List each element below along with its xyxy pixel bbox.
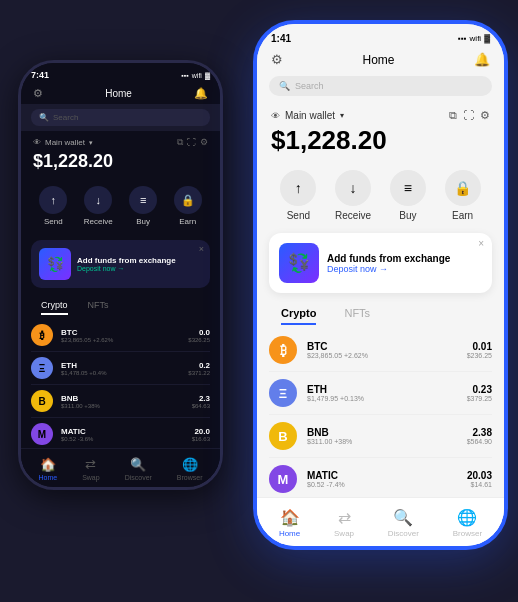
dark-nav-home[interactable]: 🏠 Home xyxy=(38,457,57,481)
light-gear-icon[interactable]: ⚙ xyxy=(271,52,283,67)
dark-page-title: Home xyxy=(43,88,194,99)
dark-search-placeholder: Search xyxy=(53,113,78,122)
dark-receive-button[interactable]: ↓ Receive xyxy=(84,186,113,226)
dark-settings-icon[interactable]: ⚙ xyxy=(200,137,208,148)
dark-crypto-matic[interactable]: M MATIC $0.52 -3.6% 20.0 $16.63 xyxy=(31,418,210,451)
light-tab-nfts[interactable]: NFTs xyxy=(344,307,370,325)
dark-send-label: Send xyxy=(44,217,63,226)
dark-banner: × 💱 Add funds from exchange Deposit now … xyxy=(31,240,210,288)
dark-notch: 7:41 ▪▪▪ wifi ▓ xyxy=(21,63,220,83)
dark-nav-swap[interactable]: ⇄ Swap xyxy=(82,457,100,481)
light-wifi-icon: wifi xyxy=(470,34,482,43)
light-crypto-eth[interactable]: Ξ ETH $1,479.95 +0.13% 0.23 $379.25 xyxy=(269,372,492,415)
dark-matic-name: MATIC xyxy=(61,427,184,436)
light-btc-val: 0.01 $236.25 xyxy=(467,341,492,359)
light-crypto-bnb[interactable]: B BNB $311.00 +38% 2.38 $564.90 xyxy=(269,415,492,458)
dark-bell-icon[interactable]: 🔔 xyxy=(194,87,208,100)
battery-icon: ▓ xyxy=(205,72,210,79)
dark-home-icon: 🏠 xyxy=(40,457,56,472)
light-search-placeholder: Search xyxy=(295,81,324,91)
dark-search-icon: 🔍 xyxy=(39,113,49,122)
dark-earn-button[interactable]: 🔒 Earn xyxy=(174,186,202,226)
light-tab-crypto[interactable]: Crypto xyxy=(281,307,316,325)
dark-wallet-arrow[interactable]: ▾ xyxy=(89,139,93,147)
dark-buy-button[interactable]: ≡ Buy xyxy=(129,186,157,226)
light-wallet-name: Main wallet xyxy=(285,110,335,121)
dark-swap-label: Swap xyxy=(82,474,100,481)
light-search-area: 🔍 Search xyxy=(257,71,504,101)
dark-banner-close[interactable]: × xyxy=(199,244,204,254)
dark-discover-icon: 🔍 xyxy=(130,457,146,472)
dark-btc-sub: $23,865.05 +2.62% xyxy=(61,337,180,343)
dark-crypto-bnb[interactable]: B BNB $311.00 +38% 2.3 $64.63 xyxy=(31,385,210,418)
light-header: ⚙ Home 🔔 xyxy=(257,48,504,71)
light-discover-label: Discover xyxy=(388,529,419,538)
dark-phone: 7:41 ▪▪▪ wifi ▓ ⚙ Home 🔔 🔍 Search 👁 Main… xyxy=(18,60,223,490)
dark-earn-icon: 🔒 xyxy=(174,186,202,214)
light-eye-icon[interactable]: 👁 xyxy=(271,111,280,121)
light-nav-browser[interactable]: 🌐 Browser xyxy=(453,508,482,538)
light-nav-swap[interactable]: ⇄ Swap xyxy=(334,508,354,538)
light-home-icon: 🏠 xyxy=(280,508,300,527)
light-browser-icon: 🌐 xyxy=(457,508,477,527)
dark-crypto-btc[interactable]: ₿ BTC $23,865.05 +2.62% 0.0 $326.25 xyxy=(31,319,210,352)
dark-tab-crypto[interactable]: Crypto xyxy=(41,300,68,315)
light-phone: 1:41 ▪▪▪ wifi ▓ ⚙ Home 🔔 🔍 Search 👁 Main… xyxy=(253,20,508,550)
dark-receive-icon: ↓ xyxy=(84,186,112,214)
light-banner: × 💱 Add funds from exchange Deposit now … xyxy=(269,233,492,293)
light-send-icon: ↑ xyxy=(280,170,316,206)
dark-nav-discover[interactable]: 🔍 Discover xyxy=(125,457,152,481)
dark-time: 7:41 xyxy=(31,70,49,80)
light-earn-icon: 🔒 xyxy=(445,170,481,206)
dark-gear-icon[interactable]: ⚙ xyxy=(33,87,43,100)
dark-bnb-usd: $64.63 xyxy=(192,403,210,409)
dark-browser-label: Browser xyxy=(177,474,203,481)
light-search-bar[interactable]: 🔍 Search xyxy=(269,76,492,96)
dark-send-button[interactable]: ↑ Send xyxy=(39,186,67,226)
light-copy-icon[interactable]: ⧉ xyxy=(449,109,457,122)
dark-banner-link[interactable]: Deposit now → xyxy=(77,265,176,272)
light-buy-label: Buy xyxy=(399,210,416,221)
light-settings-icon[interactable]: ⚙ xyxy=(480,109,490,122)
light-eth-sub: $1,479.95 +0.13% xyxy=(307,395,457,402)
dark-wallet-section: 👁 Main wallet ▾ ⧉ ⛶ ⚙ $1,228.20 xyxy=(21,131,220,178)
light-banner-close[interactable]: × xyxy=(478,238,484,249)
light-eth-amount: 0.23 xyxy=(467,384,492,395)
light-bell-icon[interactable]: 🔔 xyxy=(474,52,490,67)
light-nav-discover[interactable]: 🔍 Discover xyxy=(388,508,419,538)
light-buy-button[interactable]: ≡ Buy xyxy=(390,170,426,221)
light-home-label: Home xyxy=(279,529,300,538)
light-expand-icon[interactable]: ⛶ xyxy=(463,109,474,122)
dark-matic-info: MATIC $0.52 -3.6% xyxy=(61,427,184,442)
light-send-label: Send xyxy=(287,210,310,221)
dark-eye-icon[interactable]: 👁 xyxy=(33,138,41,147)
light-nav-home[interactable]: 🏠 Home xyxy=(279,508,300,538)
dark-buy-icon: ≡ xyxy=(129,186,157,214)
light-wallet-arrow[interactable]: ▾ xyxy=(340,111,344,120)
dark-tab-nfts[interactable]: NFTs xyxy=(88,300,109,315)
light-btc-info: BTC $23,865.05 +2.62% xyxy=(307,341,457,359)
dark-expand-icon[interactable]: ⛶ xyxy=(187,137,196,148)
light-crypto-matic[interactable]: M MATIC $0.52 -7.4% 20.03 $14.61 xyxy=(269,458,492,501)
light-receive-label: Receive xyxy=(335,210,371,221)
light-send-button[interactable]: ↑ Send xyxy=(280,170,316,221)
light-bnb-icon: B xyxy=(269,422,297,450)
light-balance: $1,228.20 xyxy=(271,125,490,156)
dark-search-bar[interactable]: 🔍 Search xyxy=(31,109,210,126)
light-battery-icon: ▓ xyxy=(484,34,490,43)
light-eth-name: ETH xyxy=(307,384,457,395)
light-earn-button[interactable]: 🔒 Earn xyxy=(445,170,481,221)
light-banner-link[interactable]: Deposit now → xyxy=(327,264,450,274)
wifi-icon: wifi xyxy=(192,72,202,79)
dark-crypto-eth[interactable]: Ξ ETH $1,478.05 +0.4% 0.2 $371.22 xyxy=(31,352,210,385)
light-matic-amount: 20.03 xyxy=(467,470,492,481)
dark-nav-browser[interactable]: 🌐 Browser xyxy=(177,457,203,481)
dark-btc-val: 0.0 $326.25 xyxy=(188,328,210,343)
light-btc-name: BTC xyxy=(307,341,457,352)
dark-btc-icon: ₿ xyxy=(31,324,53,346)
dark-header: ⚙ Home 🔔 xyxy=(21,83,220,104)
dark-copy-icon[interactable]: ⧉ xyxy=(177,137,183,148)
light-bnb-amount: 2.38 xyxy=(467,427,492,438)
light-receive-button[interactable]: ↓ Receive xyxy=(335,170,371,221)
light-crypto-btc[interactable]: ₿ BTC $23,865.05 +2.62% 0.01 $236.25 xyxy=(269,329,492,372)
